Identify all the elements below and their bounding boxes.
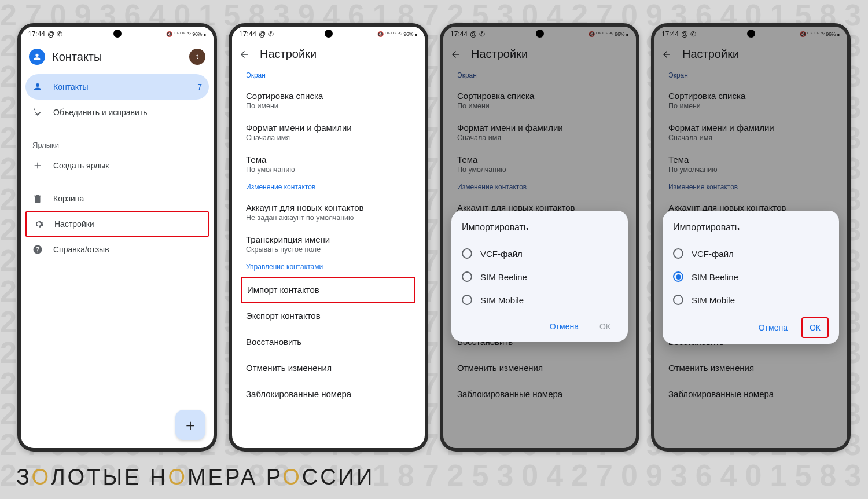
person-icon — [32, 82, 43, 92]
section-manage-contacts: Управление контактами — [232, 260, 425, 277]
row-export-contacts[interactable]: Экспорт контактов — [232, 303, 425, 329]
radio-icon — [673, 248, 683, 259]
dialog-title: Импортировать — [462, 222, 617, 233]
row-blocked-numbers[interactable]: Заблокированные номера — [654, 381, 847, 407]
nav-create-label[interactable]: Создать ярлык — [25, 153, 209, 178]
camera-hole — [325, 30, 333, 38]
nav-trash[interactable]: Корзина — [25, 186, 209, 211]
back-icon[interactable] — [450, 49, 461, 60]
row-name-format[interactable]: Формат имени и фамилии Сначала имя — [654, 117, 847, 149]
radio-sim2-label: SIM Mobile — [692, 295, 735, 305]
row-theme[interactable]: Тема По умолчанию — [232, 149, 425, 181]
row-theme[interactable]: Тема По умолчанию — [654, 149, 847, 181]
plus-icon — [32, 160, 43, 171]
row-theme[interactable]: Тема По умолчанию — [443, 149, 636, 181]
row-phonetic[interactable]: Транскрипция имени Скрывать пустое поле — [232, 229, 425, 260]
status-viber-icon: ✆ — [268, 30, 274, 38]
status-mute-icon: 🔇 — [589, 31, 595, 37]
nav-contacts[interactable]: Контакты 7 — [25, 74, 209, 100]
status-at-icon: @ — [470, 30, 477, 38]
status-at-icon: @ — [259, 30, 266, 38]
section-screen: Экран — [654, 69, 847, 85]
status-at-icon: @ — [681, 30, 688, 38]
cancel-button[interactable]: Отмена — [752, 318, 795, 337]
row-name-format[interactable]: Формат имени и фамилии Сначала имя — [443, 117, 636, 149]
row-undo-changes[interactable]: Отменить изменения — [654, 355, 847, 381]
radio-sim-mobile[interactable]: SIM Mobile — [673, 288, 829, 311]
labels-section-title: Ярлыки — [25, 133, 209, 153]
status-viber-icon: ✆ — [479, 30, 485, 38]
nav-help-label: Справка/отзыв — [53, 245, 109, 254]
nav-trash-label: Корзина — [53, 194, 84, 203]
cancel-button[interactable]: Отмена — [543, 317, 586, 336]
radio-icon — [462, 248, 472, 259]
radio-sim-beeline[interactable]: SIM Beeline — [462, 265, 617, 288]
camera-hole — [747, 30, 755, 38]
row-blocked-numbers[interactable]: Заблокированные номера — [232, 381, 425, 407]
radio-icon — [673, 295, 683, 305]
radio-sim-mobile[interactable]: SIM Mobile — [462, 288, 617, 311]
status-battery-icon: ∎ — [626, 31, 629, 37]
section-edit-contacts: Изменение контактов — [654, 181, 847, 197]
radio-icon — [462, 271, 472, 282]
settings-title: Настройки — [471, 47, 528, 61]
ok-button[interactable]: ОК — [801, 317, 829, 338]
nav-contacts-label: Контакты — [53, 82, 88, 91]
nav-help[interactable]: Справка/отзыв — [25, 237, 209, 262]
nav-create-label-text: Создать ярлык — [53, 161, 109, 170]
status-time: 17:44 — [450, 30, 468, 38]
status-battery-icon: ∎ — [837, 31, 840, 37]
status-mute-icon: 🔇 — [377, 31, 384, 37]
section-screen: Экран — [232, 69, 425, 85]
wand-icon — [32, 107, 43, 118]
section-edit-contacts: Изменение контактов — [232, 181, 425, 197]
phone-frame-4: 17:44 @ ✆ 🔇 ᴸᵀᴱ ᴸᵀᴱ ⁴ᴳ 96% ∎ Настройки Э… — [651, 23, 851, 452]
status-mute-icon: 🔇 — [166, 31, 172, 37]
row-sort[interactable]: Сортировка списка По имени — [232, 85, 425, 117]
app-header: Контакты t — [21, 42, 214, 72]
account-avatar[interactable]: t — [189, 49, 205, 65]
status-battery: 96% — [826, 31, 836, 37]
row-sort[interactable]: Сортировка списка По имени — [654, 85, 847, 117]
row-name-format[interactable]: Формат имени и фамилии Сначала имя — [232, 117, 425, 149]
status-time: 17:44 — [28, 30, 45, 38]
row-sort[interactable]: Сортировка списка По имени — [443, 85, 636, 117]
dialog-title: Импортировать — [673, 222, 829, 233]
back-icon[interactable] — [661, 49, 672, 60]
radio-vcf-label: VCF-файл — [692, 249, 734, 259]
status-lte-icon: ᴸᵀᴱ ᴸᵀᴱ ⁴ᴳ — [385, 31, 402, 37]
row-blocked-numbers[interactable]: Заблокированные номера — [443, 381, 636, 407]
radio-vcf[interactable]: VCF-файл — [462, 242, 617, 265]
divider — [25, 129, 209, 129]
status-mute-icon: 🔇 — [800, 31, 806, 37]
row-import-contacts[interactable]: Импорт контактов — [241, 277, 415, 303]
phone-frame-2: 17:44 @ ✆ 🔇 ᴸᵀᴱ ᴸᵀᴱ ⁴ᴳ 96% ∎ Настройки Э… — [229, 23, 428, 452]
import-dialog: Импортировать VCF-файл SIM Beeline SIM M… — [663, 211, 839, 344]
gear-icon — [34, 219, 44, 229]
row-undo-changes[interactable]: Отменить изменения — [443, 355, 636, 381]
radio-sim1-label: SIM Beeline — [692, 272, 738, 282]
nav-merge-label: Объединить и исправить — [53, 108, 147, 117]
contacts-app-icon — [29, 49, 45, 65]
status-viber-icon: ✆ — [57, 30, 62, 38]
camera-hole — [536, 30, 544, 38]
settings-title: Настройки — [682, 47, 739, 61]
back-icon[interactable] — [239, 49, 249, 60]
add-contact-fab[interactable]: ＋ — [175, 410, 205, 440]
row-undo-changes[interactable]: Отменить изменения — [232, 355, 425, 381]
status-battery-icon: ∎ — [203, 31, 207, 37]
row-default-account[interactable]: Аккаунт для новых контактов Не задан акк… — [232, 197, 425, 229]
section-edit-contacts: Изменение контактов — [443, 181, 636, 197]
settings-title: Настройки — [260, 47, 317, 61]
nav-contacts-count: 7 — [197, 82, 202, 91]
radio-sim-beeline[interactable]: SIM Beeline — [673, 265, 829, 288]
status-battery: 96% — [192, 31, 202, 37]
radio-vcf[interactable]: VCF-файл — [673, 242, 829, 265]
nav-merge-fix[interactable]: Объединить и исправить — [25, 100, 209, 125]
import-dialog: Импортировать VCF-файл SIM Beeline SIM M… — [451, 211, 628, 342]
section-screen: Экран — [443, 69, 636, 85]
nav-settings[interactable]: Настройки — [25, 211, 209, 237]
status-time: 17:44 — [661, 30, 679, 38]
camera-hole — [113, 30, 122, 38]
row-restore[interactable]: Восстановить — [232, 329, 425, 355]
